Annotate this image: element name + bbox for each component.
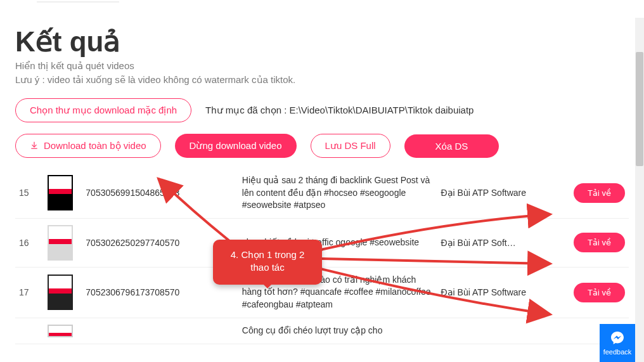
download-row-button[interactable]: Tải về xyxy=(574,283,625,302)
download-row-button[interactable]: Tải về xyxy=(574,233,625,252)
note: Lưu ý : video tải xuống sẽ là video khôn… xyxy=(15,74,629,86)
download-all-button[interactable]: Download toàn bộ video xyxy=(15,134,161,158)
row-author: Đại Bùi ATP Software xyxy=(437,267,550,318)
stop-download-label: Dừng download video xyxy=(190,140,282,152)
page-title: Kết quả xyxy=(15,25,629,58)
row-thumbnail xyxy=(44,168,82,218)
scrollbar-thumb[interactable] xyxy=(636,52,643,166)
scrollbar-track[interactable] xyxy=(635,18,644,362)
row-action-cell: Tải về xyxy=(551,218,629,267)
row-author: Đại Bùi ATP Software xyxy=(437,168,550,218)
download-all-label: Download toàn bộ video xyxy=(44,140,146,152)
table-row: 177052306796173708570Thương hiệu cafe nà… xyxy=(15,267,629,318)
row-index xyxy=(15,318,44,344)
table-row: Công cụ đổi chéo lượt truy cập cho xyxy=(15,318,629,344)
save-list-label: Lưu DS Full xyxy=(325,140,376,152)
results-table: 157053056991504865563Hiệu quả sau 2 thán… xyxy=(15,168,629,344)
feedback-label: feedback xyxy=(603,348,632,356)
save-list-button[interactable]: Lưu DS Full xyxy=(311,134,390,158)
row-index: 17 xyxy=(15,267,44,318)
table-row: 157053056991504865563Hiệu quả sau 2 thán… xyxy=(15,168,629,218)
table-row: 167053026250297740570chưa biết về loại t… xyxy=(15,218,629,267)
clear-list-label: Xóa DS xyxy=(435,141,468,152)
video-thumbnail xyxy=(48,225,73,261)
stop-download-button[interactable]: Dừng download video xyxy=(175,134,297,158)
row-thumbnail xyxy=(44,318,82,344)
callout-text: 4. Chọn 1 trong 2 thao tác xyxy=(231,249,305,273)
video-thumbnail xyxy=(48,275,73,310)
folder-chosen-label: Thư mục đã chọn : E:\Video\Tiktok\DAIBUI… xyxy=(205,105,473,116)
row-index: 16 xyxy=(15,218,44,267)
download-row-button[interactable]: Tải về xyxy=(574,183,625,203)
row-action-cell: Tải về xyxy=(551,267,629,318)
choose-folder-button[interactable]: Chọn thư mục download mặc định xyxy=(15,98,191,122)
row-video-id xyxy=(82,318,238,344)
top-divider xyxy=(37,1,119,3)
row-author: Đại Bùi ATP Soft… xyxy=(437,218,550,267)
row-description: Công cụ đổi chéo lượt truy cập cho xyxy=(238,318,437,344)
choose-folder-label: Chọn thư mục download mặc định xyxy=(30,105,177,116)
row-description: Hiệu quả sau 2 tháng đi backlink Guest P… xyxy=(238,168,437,218)
subtitle: Hiển thị kết quả quét videos xyxy=(15,60,629,72)
row-thumbnail xyxy=(44,267,82,318)
video-thumbnail xyxy=(48,175,73,210)
callout-step-4: 4. Chọn 1 trong 2 thao tác xyxy=(213,240,322,285)
messenger-icon xyxy=(610,330,625,347)
feedback-widget[interactable]: feedback xyxy=(600,324,635,362)
clear-list-button[interactable]: Xóa DS xyxy=(404,134,499,158)
row-index: 15 xyxy=(15,168,44,218)
row-thumbnail xyxy=(44,218,82,267)
row-author xyxy=(437,318,550,344)
row-video-id: 7053056991504865563 xyxy=(82,168,238,218)
row-action-cell: Tải về xyxy=(551,168,629,218)
video-thumbnail xyxy=(48,325,73,337)
download-icon xyxy=(30,141,39,152)
